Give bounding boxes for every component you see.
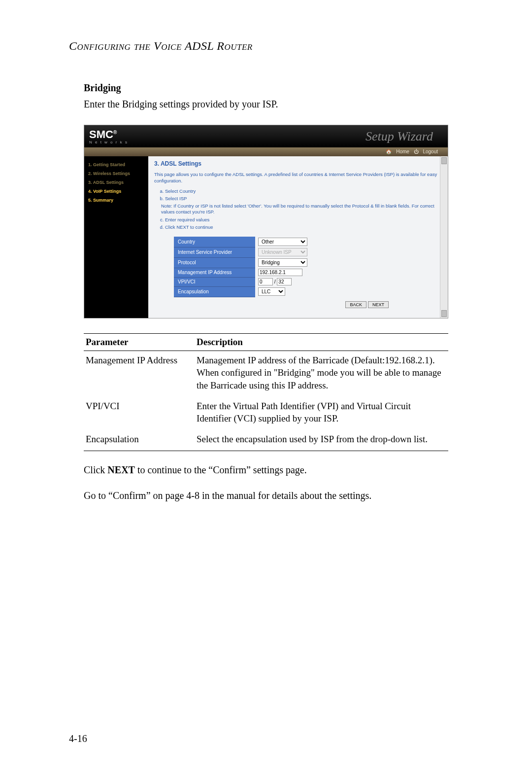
toolbar: 🏠 Home ⏻ Logout bbox=[84, 147, 448, 156]
screenshot-header: SMC® N e t w o r k s Setup Wizard bbox=[84, 125, 448, 147]
brand-logo: SMC® N e t w o r k s bbox=[89, 128, 128, 144]
logo-text: SMC bbox=[89, 128, 113, 141]
home-label: Home bbox=[396, 149, 409, 154]
sidebar-step-3[interactable]: 3. ADSL Settings bbox=[87, 178, 145, 187]
table-row: VPI/VCI Enter the Virtual Path Identifie… bbox=[84, 397, 448, 430]
registered-icon: ® bbox=[113, 130, 117, 135]
step-b: Select ISP bbox=[165, 196, 438, 201]
wizard-sidebar: 1. Getting Started 2. Wireless Settings … bbox=[84, 156, 148, 318]
logout-label: Logout bbox=[423, 149, 438, 154]
scroll-down-icon[interactable] bbox=[441, 310, 447, 317]
after-text-2: Go to “Confirm” on page 4-8 in the manua… bbox=[84, 489, 463, 502]
param-cell: VPI/VCI bbox=[84, 397, 195, 430]
back-button[interactable]: BACK bbox=[345, 301, 366, 308]
vci-input[interactable] bbox=[277, 278, 292, 285]
wizard-title: Setup Wizard bbox=[366, 129, 433, 144]
row-encap-label: Encapsulation bbox=[174, 286, 255, 297]
next-button[interactable]: NEXT bbox=[368, 301, 389, 308]
country-select[interactable]: Other bbox=[258, 238, 307, 246]
router-screenshot: SMC® N e t w o r k s Setup Wizard 🏠 Home… bbox=[84, 125, 448, 318]
scrollbar[interactable] bbox=[440, 156, 448, 318]
encap-select[interactable]: LLC bbox=[258, 287, 285, 296]
sidebar-step-5[interactable]: 5. Summary bbox=[87, 196, 145, 205]
mgmt-ip-input[interactable] bbox=[258, 269, 302, 276]
desc-cell: Management IP address of the Barricade (… bbox=[195, 351, 448, 396]
step-a: Select Country bbox=[165, 188, 438, 194]
sidebar-step-4[interactable]: 4. VoIP Settings bbox=[87, 187, 145, 196]
next-strong: NEXT bbox=[107, 464, 135, 475]
scroll-up-icon[interactable] bbox=[441, 157, 447, 164]
row-mgmtip-label: Management IP Address bbox=[174, 268, 255, 277]
after-text-1: Click NEXT to continue to the “Confirm” … bbox=[84, 463, 463, 477]
row-country-label: Country bbox=[174, 237, 255, 247]
table-row: Encapsulation Select the encapsulation u… bbox=[84, 430, 448, 451]
step-note: Note: If Country or ISP is not listed se… bbox=[161, 203, 438, 215]
config-table: Country Other Internet Service Provider … bbox=[174, 237, 334, 297]
protocol-select[interactable]: Bridging bbox=[258, 258, 307, 267]
param-cell: Encapsulation bbox=[84, 430, 195, 451]
logout-link[interactable]: ⏻ Logout bbox=[414, 149, 438, 154]
text-span: Click bbox=[84, 464, 107, 475]
sidebar-step-2[interactable]: 2. Wireless Settings bbox=[87, 169, 145, 178]
param-header: Parameter bbox=[84, 333, 195, 351]
desc-cell: Select the encapsulation used by ISP fro… bbox=[195, 430, 448, 451]
vpi-input[interactable] bbox=[258, 278, 273, 285]
page-number: 4-16 bbox=[69, 733, 87, 744]
isp-select: Unknown ISP bbox=[258, 248, 307, 256]
sidebar-step-1[interactable]: 1. Getting Started bbox=[87, 160, 145, 169]
logo-subtext: N e t w o r k s bbox=[89, 140, 128, 144]
desc-cell: Enter the Virtual Path Identifier (VPI) … bbox=[195, 397, 448, 430]
running-header: Configuring the Voice ADSL Router bbox=[69, 39, 463, 53]
section-heading: Bridging bbox=[84, 82, 463, 94]
intro-text: Enter the Bridging settings provided by … bbox=[84, 99, 463, 110]
row-protocol-label: Protocol bbox=[174, 257, 255, 268]
row-vpivci-label: VPI/VCI bbox=[174, 277, 255, 286]
vpi-vci-sep: / bbox=[274, 279, 276, 284]
param-cell: Management IP Address bbox=[84, 351, 195, 396]
home-link[interactable]: 🏠 Home bbox=[386, 149, 409, 154]
step-d: Click NEXT to continue bbox=[165, 224, 438, 230]
step-c: Enter required values bbox=[165, 217, 438, 222]
parameter-table: Parameter Description Management IP Addr… bbox=[84, 333, 448, 451]
desc-header: Description bbox=[195, 333, 448, 351]
panel-description: This page allows you to configure the AD… bbox=[154, 171, 438, 184]
table-row: Management IP Address Management IP addr… bbox=[84, 351, 448, 396]
panel-title: 3. ADSL Settings bbox=[154, 160, 438, 167]
row-isp-label: Internet Service Provider bbox=[174, 247, 255, 257]
wizard-main: 3. ADSL Settings This page allows you to… bbox=[148, 156, 448, 318]
text-span: to continue to the “Confirm” settings pa… bbox=[135, 464, 307, 475]
